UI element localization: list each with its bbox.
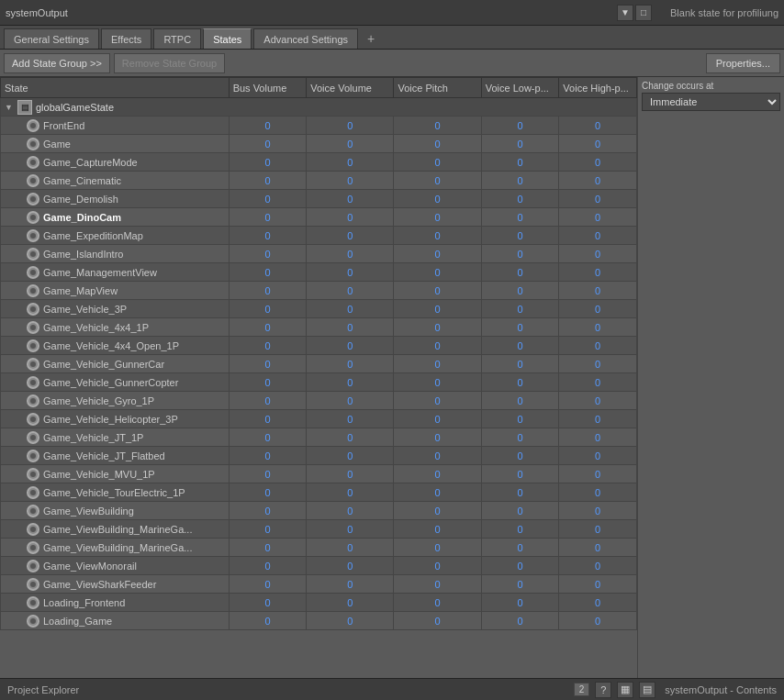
state-value-cell[interactable]: 0 (394, 594, 481, 612)
state-value-cell[interactable]: 0 (481, 612, 559, 630)
tab-rtpc[interactable]: RTPC (153, 28, 201, 49)
state-value-cell[interactable]: 0 (394, 172, 481, 190)
table-row[interactable]: Loading_Game 00000 (1, 612, 637, 630)
state-value-cell[interactable]: 0 (307, 410, 394, 428)
state-value-cell[interactable]: 0 (307, 575, 394, 594)
state-value-cell[interactable]: 0 (307, 117, 394, 135)
state-value-cell[interactable]: 0 (307, 612, 394, 630)
table-row[interactable]: Game_Vehicle_Helicopter_3P 00000 (1, 410, 637, 428)
state-value-cell[interactable]: 0 (307, 447, 394, 465)
state-value-cell[interactable]: 0 (559, 612, 637, 630)
state-value-cell[interactable]: 0 (481, 410, 559, 428)
state-value-cell[interactable]: 0 (559, 117, 637, 135)
state-value-cell[interactable]: 0 (229, 410, 307, 428)
state-value-cell[interactable]: 0 (307, 483, 394, 502)
state-value-cell[interactable]: 0 (559, 208, 637, 227)
state-value-cell[interactable]: 0 (229, 520, 307, 539)
state-value-cell[interactable]: 0 (481, 447, 559, 465)
state-group-row[interactable]: ▼ ▤ globalGameState (1, 98, 637, 117)
state-value-cell[interactable]: 0 (559, 410, 637, 428)
table-row[interactable]: Game_Vehicle_Gyro_1P 00000 (1, 392, 637, 410)
state-value-cell[interactable]: 0 (394, 539, 481, 557)
state-value-cell[interactable]: 0 (559, 227, 637, 245)
table-row[interactable]: Loading_Frontend 00000 (1, 594, 637, 612)
state-value-cell[interactable]: 0 (229, 318, 307, 337)
state-value-cell[interactable]: 0 (229, 428, 307, 447)
state-value-cell[interactable]: 0 (481, 282, 559, 300)
state-value-cell[interactable]: 0 (307, 539, 394, 557)
state-value-cell[interactable]: 0 (394, 337, 481, 355)
state-value-cell[interactable]: 0 (481, 227, 559, 245)
table-row[interactable]: Game_Vehicle_4x4_Open_1P 00000 (1, 337, 637, 355)
state-value-cell[interactable]: 0 (559, 594, 637, 612)
state-value-cell[interactable]: 0 (394, 318, 481, 337)
table-row[interactable]: Game_ViewMonorail 00000 (1, 557, 637, 575)
state-value-cell[interactable]: 0 (481, 539, 559, 557)
state-value-cell[interactable]: 0 (229, 355, 307, 373)
state-value-cell[interactable]: 0 (394, 428, 481, 447)
state-value-cell[interactable]: 0 (229, 117, 307, 135)
table-row[interactable]: Game_DinoCam 00000 (1, 208, 637, 227)
state-value-cell[interactable]: 0 (394, 557, 481, 575)
state-value-cell[interactable]: 0 (481, 355, 559, 373)
window-button[interactable]: □ (635, 5, 652, 21)
state-value-cell[interactable]: 0 (559, 557, 637, 575)
state-value-cell[interactable]: 0 (307, 502, 394, 520)
state-value-cell[interactable]: 0 (307, 318, 394, 337)
state-value-cell[interactable]: 0 (394, 612, 481, 630)
state-value-cell[interactable]: 0 (229, 575, 307, 594)
state-value-cell[interactable]: 0 (481, 502, 559, 520)
state-value-cell[interactable]: 0 (481, 594, 559, 612)
state-value-cell[interactable]: 0 (229, 612, 307, 630)
tab-add[interactable]: + (360, 28, 382, 49)
state-value-cell[interactable]: 0 (559, 245, 637, 263)
state-value-cell[interactable]: 0 (307, 520, 394, 539)
state-value-cell[interactable]: 0 (481, 263, 559, 282)
change-occurs-select[interactable]: Immediate Next Bar Next Beat Next Cue Ex… (642, 93, 780, 111)
state-value-cell[interactable]: 0 (559, 337, 637, 355)
table-row[interactable]: Game_Vehicle_GunnerCar 00000 (1, 355, 637, 373)
state-value-cell[interactable]: 0 (559, 190, 637, 208)
state-value-cell[interactable]: 0 (229, 483, 307, 502)
state-value-cell[interactable]: 0 (559, 153, 637, 172)
state-value-cell[interactable]: 0 (394, 392, 481, 410)
state-value-cell[interactable]: 0 (481, 318, 559, 337)
state-value-cell[interactable]: 0 (559, 263, 637, 282)
state-value-cell[interactable]: 0 (394, 153, 481, 172)
state-value-cell[interactable]: 0 (394, 410, 481, 428)
state-value-cell[interactable]: 0 (229, 465, 307, 483)
state-value-cell[interactable]: 0 (559, 502, 637, 520)
tab-advanced[interactable]: Advanced Settings (253, 28, 358, 49)
state-value-cell[interactable]: 0 (481, 373, 559, 392)
state-value-cell[interactable]: 0 (394, 502, 481, 520)
state-value-cell[interactable]: 0 (481, 575, 559, 594)
tab-effects[interactable]: Effects (101, 28, 151, 49)
states-table-container[interactable]: State Bus Volume Voice Volume Voice Pitc… (0, 77, 637, 678)
state-value-cell[interactable]: 0 (307, 428, 394, 447)
state-value-cell[interactable]: 0 (481, 465, 559, 483)
state-value-cell[interactable]: 0 (307, 465, 394, 483)
state-value-cell[interactable]: 0 (394, 282, 481, 300)
table-row[interactable]: Game_Vehicle_4x4_1P 00000 (1, 318, 637, 337)
properties-button[interactable]: Properties... (706, 53, 780, 73)
state-value-cell[interactable]: 0 (229, 135, 307, 153)
state-value-cell[interactable]: 0 (307, 190, 394, 208)
state-value-cell[interactable]: 0 (394, 245, 481, 263)
table-row[interactable]: Game_ManagementView 00000 (1, 263, 637, 282)
state-value-cell[interactable]: 0 (307, 227, 394, 245)
state-value-cell[interactable]: 0 (394, 520, 481, 539)
state-value-cell[interactable]: 0 (559, 447, 637, 465)
state-value-cell[interactable]: 0 (481, 172, 559, 190)
table-row[interactable]: Game_ViewBuilding_MarineGa... 00000 (1, 539, 637, 557)
table-row[interactable]: Game_Demolish 00000 (1, 190, 637, 208)
state-value-cell[interactable]: 0 (481, 520, 559, 539)
state-value-cell[interactable]: 0 (481, 392, 559, 410)
state-value-cell[interactable]: 0 (394, 483, 481, 502)
state-value-cell[interactable]: 0 (229, 153, 307, 172)
state-value-cell[interactable]: 0 (559, 355, 637, 373)
state-value-cell[interactable]: 0 (229, 227, 307, 245)
state-value-cell[interactable]: 0 (559, 300, 637, 318)
state-value-cell[interactable]: 0 (307, 594, 394, 612)
state-value-cell[interactable]: 0 (394, 227, 481, 245)
collapse-button[interactable]: ▼ (617, 5, 633, 21)
